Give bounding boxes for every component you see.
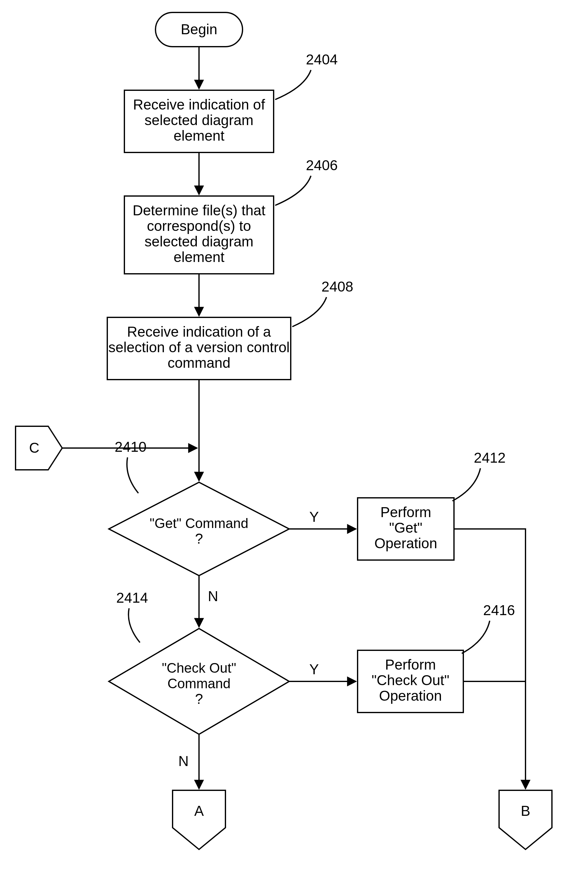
callout-2410 bbox=[127, 457, 138, 493]
offpage-connector-a: A bbox=[172, 790, 225, 849]
decision-2414: "Check Out" Command ? bbox=[109, 629, 289, 734]
ref-2414: 2414 bbox=[116, 590, 148, 606]
svg-text:"Check Out": "Check Out" bbox=[162, 660, 236, 675]
ref-2408: 2408 bbox=[321, 278, 353, 295]
process-2404: Receive indication of selected diagram e… bbox=[124, 90, 274, 152]
svg-text:element: element bbox=[174, 128, 225, 144]
callout-2408 bbox=[292, 297, 327, 327]
svg-text:selected diagram: selected diagram bbox=[145, 112, 254, 128]
svg-text:element: element bbox=[174, 249, 225, 265]
begin-label: Begin bbox=[181, 21, 218, 37]
ref-2412: 2412 bbox=[474, 450, 506, 466]
ref-2406: 2406 bbox=[306, 157, 338, 173]
connector-c-label: C bbox=[29, 440, 39, 456]
svg-text:selection of a version control: selection of a version control bbox=[108, 339, 290, 355]
svg-text:?: ? bbox=[195, 691, 203, 707]
process-2408: Receive indication of a selection of a v… bbox=[107, 317, 291, 380]
offpage-connector-c: C bbox=[15, 426, 62, 470]
ref-2404: 2404 bbox=[306, 51, 338, 68]
offpage-connector-b: B bbox=[499, 790, 552, 849]
edge-2414-n-label: N bbox=[178, 753, 188, 769]
connector-b-label: B bbox=[521, 803, 531, 819]
svg-text:selected diagram: selected diagram bbox=[145, 233, 254, 250]
ref-2416: 2416 bbox=[483, 602, 515, 618]
svg-text:Determine file(s) that: Determine file(s) that bbox=[133, 202, 266, 218]
process-2406: Determine file(s) that correspond(s) to … bbox=[124, 196, 274, 274]
svg-text:correspond(s) to: correspond(s) to bbox=[147, 218, 251, 234]
svg-text:"Check Out": "Check Out" bbox=[372, 672, 449, 688]
svg-text:Perform: Perform bbox=[380, 504, 431, 520]
edge-2410-n-label: N bbox=[208, 588, 218, 604]
svg-text:command: command bbox=[168, 355, 230, 371]
svg-text:Perform: Perform bbox=[385, 656, 436, 673]
svg-text:Operation: Operation bbox=[379, 687, 442, 704]
svg-text:Operation: Operation bbox=[374, 535, 437, 551]
edge-2410-y-label: Y bbox=[309, 509, 319, 525]
callout-2412 bbox=[452, 468, 480, 501]
edge-2412-b bbox=[454, 529, 525, 789]
ref-2410: 2410 bbox=[115, 439, 147, 455]
process-2416: Perform "Check Out" Operation bbox=[358, 650, 463, 713]
svg-text:Command: Command bbox=[168, 676, 231, 691]
connector-a-label: A bbox=[194, 803, 204, 819]
svg-text:"Get": "Get" bbox=[389, 520, 423, 536]
svg-text:Receive indication of a: Receive indication of a bbox=[127, 323, 271, 340]
svg-text:?: ? bbox=[195, 531, 203, 547]
begin-terminator: Begin bbox=[156, 12, 243, 47]
callout-2406 bbox=[275, 176, 311, 205]
process-2412: Perform "Get" Operation bbox=[358, 498, 454, 560]
svg-text:"Get" Command: "Get" Command bbox=[150, 516, 248, 531]
callout-2416 bbox=[462, 621, 490, 653]
svg-text:Receive indication of: Receive indication of bbox=[133, 96, 265, 113]
callout-2414 bbox=[128, 608, 140, 642]
callout-2404 bbox=[275, 70, 311, 99]
edge-2414-y-label: Y bbox=[309, 661, 319, 677]
decision-2410: "Get" Command ? bbox=[109, 482, 289, 576]
